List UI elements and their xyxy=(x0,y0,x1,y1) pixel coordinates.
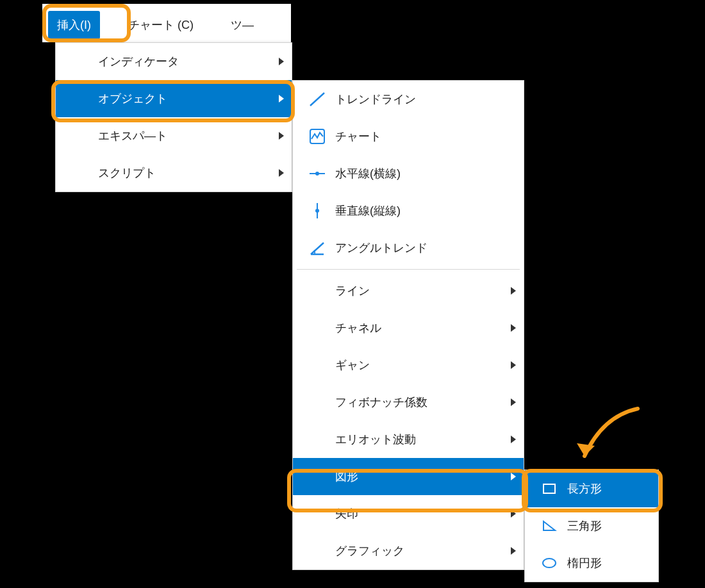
trendline-icon xyxy=(303,90,331,108)
menuitem-scripts[interactable]: スクリプト xyxy=(56,154,292,192)
menubar-chart[interactable]: チャート (C) xyxy=(119,11,203,39)
menuitem-vertical-line-label: 垂直線(縦線) xyxy=(331,203,513,218)
chart-icon xyxy=(303,127,331,145)
menuitem-fibonacci-submenu[interactable]: フィボナッチ係数 xyxy=(293,384,524,421)
menuitem-gann-label: ギャン xyxy=(331,357,513,373)
dropdown-shapes: 長方形 三角形 楕円形 xyxy=(524,470,659,582)
menubar-tools-label: ツ― xyxy=(231,19,254,31)
horizontal-line-icon xyxy=(303,165,331,183)
menuitem-trendline[interactable]: トレンドライン xyxy=(293,81,524,118)
menubar: 挿入(I) チャート (C) ツ― xyxy=(48,10,254,40)
menuitem-chart-label: チャート xyxy=(331,129,513,144)
menuitem-trendline-label: トレンドライン xyxy=(331,92,513,107)
svg-rect-8 xyxy=(543,484,555,493)
svg-point-3 xyxy=(315,172,319,176)
menuitem-angle-trend-label: アングルトレンド xyxy=(331,240,513,256)
menuitem-fibonacci-label: フィボナッチ係数 xyxy=(331,395,513,410)
menuitem-triangle[interactable]: 三角形 xyxy=(525,507,658,544)
menuitem-vertical-line[interactable]: 垂直線(縦線) xyxy=(293,192,524,229)
menuitem-shapes-label: 図形 xyxy=(331,469,513,484)
menuitem-experts[interactable]: エキスパ―ト xyxy=(56,117,292,154)
menuitem-elliott-submenu[interactable]: エリオット波動 xyxy=(293,421,524,458)
menuitem-gann-submenu[interactable]: ギャン xyxy=(293,347,524,384)
menubar-chart-label: チャート (C) xyxy=(128,19,194,31)
menuitem-elliott-label: エリオット波動 xyxy=(331,432,513,447)
menuitem-horizontal-line[interactable]: 水平線(横線) xyxy=(293,155,524,192)
menuitem-scripts-label: スクリプト xyxy=(94,165,281,181)
rectangle-icon xyxy=(535,480,563,497)
dropdown-objects: トレンドライン チャート 水平線(横線) 垂直線(縦線) アングルトレンド ライ… xyxy=(292,80,524,570)
angle-trend-icon xyxy=(303,239,331,257)
menu-divider xyxy=(297,269,520,270)
svg-line-0 xyxy=(310,93,324,106)
dropdown-insert: インディケータ オブジェクト エキスパ―ト スクリプト xyxy=(55,42,292,192)
menuitem-channel-label: チャネル xyxy=(331,320,513,336)
menuitem-line-submenu[interactable]: ライン xyxy=(293,272,524,309)
svg-point-10 xyxy=(543,559,556,568)
menuitem-rectangle-label: 長方形 xyxy=(563,481,648,496)
svg-marker-9 xyxy=(543,521,555,530)
menuitem-line-label: ライン xyxy=(331,283,513,298)
menuitem-graphics-submenu[interactable]: グラフィック xyxy=(293,532,524,569)
menubar-insert[interactable]: 挿入(I) xyxy=(48,11,100,39)
menuitem-channel-submenu[interactable]: チャネル xyxy=(293,309,524,347)
annotation-arrow xyxy=(564,404,647,474)
menuitem-shapes-submenu[interactable]: 図形 xyxy=(293,458,524,495)
menuitem-indicators-label: インディケータ xyxy=(94,54,281,69)
menuitem-angle-trend[interactable]: アングルトレンド xyxy=(293,229,524,266)
menuitem-triangle-label: 三角形 xyxy=(563,518,648,534)
menuitem-objects[interactable]: オブジェクト xyxy=(56,80,292,117)
menubar-insert-label: 挿入(I) xyxy=(57,19,91,31)
svg-line-6 xyxy=(311,243,324,254)
ellipse-icon xyxy=(535,555,563,571)
triangle-icon xyxy=(535,518,563,534)
svg-point-5 xyxy=(315,209,319,213)
menubar-tools-fragment[interactable]: ツ― xyxy=(222,11,254,39)
vertical-line-icon xyxy=(303,202,331,220)
menuitem-indicators[interactable]: インディケータ xyxy=(56,43,292,80)
menuitem-horizontal-line-label: 水平線(横線) xyxy=(331,166,513,181)
menuitem-arrows-submenu[interactable]: 矢印 xyxy=(293,495,524,532)
menuitem-ellipse-label: 楕円形 xyxy=(563,555,648,571)
menuitem-chart[interactable]: チャート xyxy=(293,118,524,155)
menuitem-experts-label: エキスパ―ト xyxy=(94,128,281,143)
menuitem-ellipse[interactable]: 楕円形 xyxy=(525,544,658,582)
svg-marker-11 xyxy=(577,443,595,456)
menuitem-arrows-label: 矢印 xyxy=(331,506,513,521)
menuitem-rectangle[interactable]: 長方形 xyxy=(525,470,658,507)
menuitem-graphics-label: グラフィック xyxy=(331,543,513,559)
menuitem-objects-label: オブジェクト xyxy=(94,91,281,106)
